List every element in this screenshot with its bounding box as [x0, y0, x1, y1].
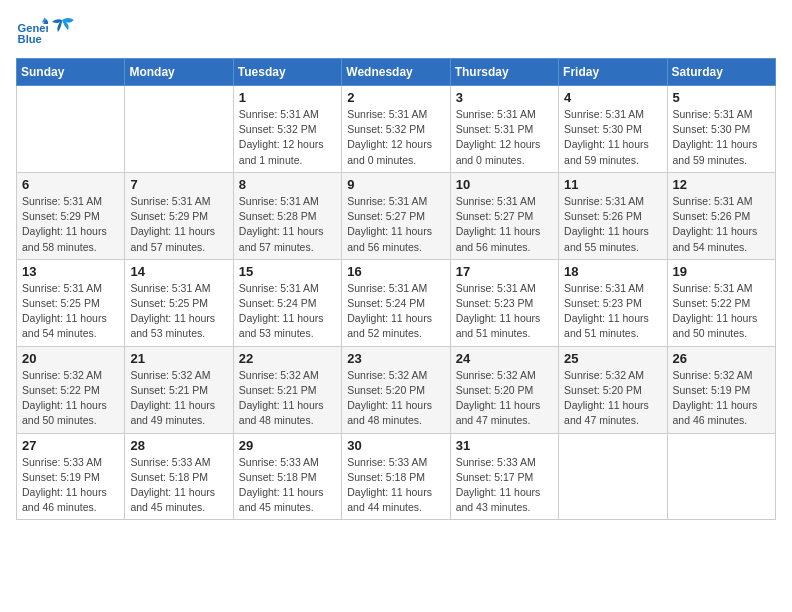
header-day-friday: Friday: [559, 59, 667, 86]
day-number: 11: [564, 177, 661, 192]
day-number: 6: [22, 177, 119, 192]
day-detail: Sunrise: 5:32 AM Sunset: 5:21 PM Dayligh…: [239, 368, 336, 429]
logo-bird-icon: [48, 14, 76, 42]
calendar-cell: 3Sunrise: 5:31 AM Sunset: 5:31 PM Daylig…: [450, 86, 558, 173]
day-number: 24: [456, 351, 553, 366]
calendar-cell: 31Sunrise: 5:33 AM Sunset: 5:17 PM Dayli…: [450, 433, 558, 520]
calendar-cell: [17, 86, 125, 173]
day-detail: Sunrise: 5:33 AM Sunset: 5:17 PM Dayligh…: [456, 455, 553, 516]
day-number: 15: [239, 264, 336, 279]
day-number: 29: [239, 438, 336, 453]
day-number: 12: [673, 177, 770, 192]
day-number: 2: [347, 90, 444, 105]
calendar-cell: 14Sunrise: 5:31 AM Sunset: 5:25 PM Dayli…: [125, 259, 233, 346]
day-detail: Sunrise: 5:31 AM Sunset: 5:28 PM Dayligh…: [239, 194, 336, 255]
calendar-cell: 26Sunrise: 5:32 AM Sunset: 5:19 PM Dayli…: [667, 346, 775, 433]
calendar-cell: [559, 433, 667, 520]
day-detail: Sunrise: 5:31 AM Sunset: 5:32 PM Dayligh…: [347, 107, 444, 168]
calendar-cell: 22Sunrise: 5:32 AM Sunset: 5:21 PM Dayli…: [233, 346, 341, 433]
day-number: 14: [130, 264, 227, 279]
day-number: 17: [456, 264, 553, 279]
day-number: 5: [673, 90, 770, 105]
day-number: 19: [673, 264, 770, 279]
day-detail: Sunrise: 5:32 AM Sunset: 5:20 PM Dayligh…: [456, 368, 553, 429]
calendar-cell: 7Sunrise: 5:31 AM Sunset: 5:29 PM Daylig…: [125, 172, 233, 259]
header-day-wednesday: Wednesday: [342, 59, 450, 86]
day-number: 25: [564, 351, 661, 366]
day-detail: Sunrise: 5:31 AM Sunset: 5:23 PM Dayligh…: [564, 281, 661, 342]
header-day-sunday: Sunday: [17, 59, 125, 86]
day-number: 20: [22, 351, 119, 366]
day-detail: Sunrise: 5:31 AM Sunset: 5:23 PM Dayligh…: [456, 281, 553, 342]
calendar-table: SundayMondayTuesdayWednesdayThursdayFrid…: [16, 58, 776, 520]
day-number: 8: [239, 177, 336, 192]
day-number: 21: [130, 351, 227, 366]
calendar-cell: 24Sunrise: 5:32 AM Sunset: 5:20 PM Dayli…: [450, 346, 558, 433]
day-detail: Sunrise: 5:31 AM Sunset: 5:32 PM Dayligh…: [239, 107, 336, 168]
calendar-cell: 27Sunrise: 5:33 AM Sunset: 5:19 PM Dayli…: [17, 433, 125, 520]
day-detail: Sunrise: 5:32 AM Sunset: 5:21 PM Dayligh…: [130, 368, 227, 429]
day-detail: Sunrise: 5:32 AM Sunset: 5:19 PM Dayligh…: [673, 368, 770, 429]
calendar-week-4: 20Sunrise: 5:32 AM Sunset: 5:22 PM Dayli…: [17, 346, 776, 433]
logo-icon: General Blue: [16, 16, 48, 48]
page-header: General Blue: [16, 16, 776, 48]
header-day-thursday: Thursday: [450, 59, 558, 86]
day-detail: Sunrise: 5:31 AM Sunset: 5:22 PM Dayligh…: [673, 281, 770, 342]
calendar-cell: 12Sunrise: 5:31 AM Sunset: 5:26 PM Dayli…: [667, 172, 775, 259]
day-detail: Sunrise: 5:31 AM Sunset: 5:24 PM Dayligh…: [347, 281, 444, 342]
header-day-tuesday: Tuesday: [233, 59, 341, 86]
day-number: 13: [22, 264, 119, 279]
day-detail: Sunrise: 5:33 AM Sunset: 5:18 PM Dayligh…: [130, 455, 227, 516]
header-day-saturday: Saturday: [667, 59, 775, 86]
calendar-cell: 9Sunrise: 5:31 AM Sunset: 5:27 PM Daylig…: [342, 172, 450, 259]
day-detail: Sunrise: 5:33 AM Sunset: 5:19 PM Dayligh…: [22, 455, 119, 516]
day-detail: Sunrise: 5:31 AM Sunset: 5:30 PM Dayligh…: [673, 107, 770, 168]
calendar-cell: 21Sunrise: 5:32 AM Sunset: 5:21 PM Dayli…: [125, 346, 233, 433]
calendar-cell: 19Sunrise: 5:31 AM Sunset: 5:22 PM Dayli…: [667, 259, 775, 346]
day-detail: Sunrise: 5:31 AM Sunset: 5:26 PM Dayligh…: [564, 194, 661, 255]
day-number: 23: [347, 351, 444, 366]
calendar-cell: [667, 433, 775, 520]
calendar-cell: 15Sunrise: 5:31 AM Sunset: 5:24 PM Dayli…: [233, 259, 341, 346]
calendar-cell: 11Sunrise: 5:31 AM Sunset: 5:26 PM Dayli…: [559, 172, 667, 259]
day-detail: Sunrise: 5:32 AM Sunset: 5:20 PM Dayligh…: [564, 368, 661, 429]
day-detail: Sunrise: 5:31 AM Sunset: 5:25 PM Dayligh…: [130, 281, 227, 342]
day-number: 31: [456, 438, 553, 453]
calendar-cell: 6Sunrise: 5:31 AM Sunset: 5:29 PM Daylig…: [17, 172, 125, 259]
calendar-cell: 13Sunrise: 5:31 AM Sunset: 5:25 PM Dayli…: [17, 259, 125, 346]
calendar-cell: 1Sunrise: 5:31 AM Sunset: 5:32 PM Daylig…: [233, 86, 341, 173]
calendar-cell: 10Sunrise: 5:31 AM Sunset: 5:27 PM Dayli…: [450, 172, 558, 259]
header-day-monday: Monday: [125, 59, 233, 86]
calendar-header: SundayMondayTuesdayWednesdayThursdayFrid…: [17, 59, 776, 86]
calendar-cell: 20Sunrise: 5:32 AM Sunset: 5:22 PM Dayli…: [17, 346, 125, 433]
day-number: 27: [22, 438, 119, 453]
day-number: 26: [673, 351, 770, 366]
day-number: 10: [456, 177, 553, 192]
day-detail: Sunrise: 5:33 AM Sunset: 5:18 PM Dayligh…: [239, 455, 336, 516]
day-detail: Sunrise: 5:31 AM Sunset: 5:31 PM Dayligh…: [456, 107, 553, 168]
calendar-cell: 4Sunrise: 5:31 AM Sunset: 5:30 PM Daylig…: [559, 86, 667, 173]
calendar-week-3: 13Sunrise: 5:31 AM Sunset: 5:25 PM Dayli…: [17, 259, 776, 346]
day-number: 1: [239, 90, 336, 105]
day-detail: Sunrise: 5:31 AM Sunset: 5:26 PM Dayligh…: [673, 194, 770, 255]
day-number: 22: [239, 351, 336, 366]
day-detail: Sunrise: 5:32 AM Sunset: 5:20 PM Dayligh…: [347, 368, 444, 429]
day-number: 3: [456, 90, 553, 105]
calendar-cell: 18Sunrise: 5:31 AM Sunset: 5:23 PM Dayli…: [559, 259, 667, 346]
day-detail: Sunrise: 5:31 AM Sunset: 5:29 PM Dayligh…: [130, 194, 227, 255]
calendar-week-2: 6Sunrise: 5:31 AM Sunset: 5:29 PM Daylig…: [17, 172, 776, 259]
calendar-cell: 28Sunrise: 5:33 AM Sunset: 5:18 PM Dayli…: [125, 433, 233, 520]
calendar-cell: 25Sunrise: 5:32 AM Sunset: 5:20 PM Dayli…: [559, 346, 667, 433]
calendar-week-1: 1Sunrise: 5:31 AM Sunset: 5:32 PM Daylig…: [17, 86, 776, 173]
day-number: 9: [347, 177, 444, 192]
header-row: SundayMondayTuesdayWednesdayThursdayFrid…: [17, 59, 776, 86]
day-number: 7: [130, 177, 227, 192]
calendar-cell: 16Sunrise: 5:31 AM Sunset: 5:24 PM Dayli…: [342, 259, 450, 346]
day-detail: Sunrise: 5:31 AM Sunset: 5:30 PM Dayligh…: [564, 107, 661, 168]
svg-text:Blue: Blue: [18, 33, 42, 45]
calendar-week-5: 27Sunrise: 5:33 AM Sunset: 5:19 PM Dayli…: [17, 433, 776, 520]
day-number: 18: [564, 264, 661, 279]
calendar-body: 1Sunrise: 5:31 AM Sunset: 5:32 PM Daylig…: [17, 86, 776, 520]
calendar-cell: 23Sunrise: 5:32 AM Sunset: 5:20 PM Dayli…: [342, 346, 450, 433]
day-number: 30: [347, 438, 444, 453]
